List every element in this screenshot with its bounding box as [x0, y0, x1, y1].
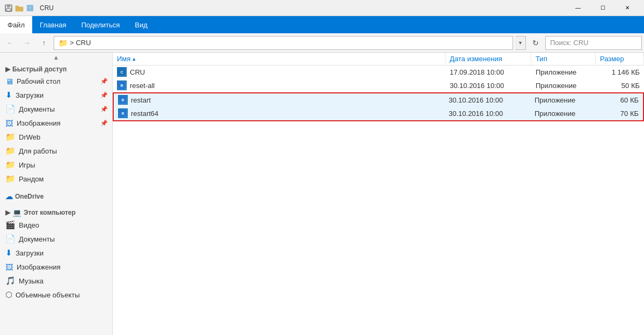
document-icon: 📄: [5, 104, 16, 114]
file-date: 30.10.2016 10:00: [450, 82, 504, 90]
tab-share[interactable]: Поделиться: [74, 16, 127, 33]
sidebar-item-random[interactable]: 📁 Рандом: [0, 172, 112, 186]
computer-chevron: ▶: [5, 209, 10, 216]
search-box[interactable]: Поиск: CRU: [545, 36, 642, 50]
ribbon-bar: Файл Главная Поделиться Вид: [0, 16, 644, 33]
column-name-label: Имя: [117, 55, 130, 63]
file-name: restart64: [131, 110, 158, 118]
svg-rect-1: [7, 5, 10, 8]
address-path[interactable]: 📁 > CRU: [54, 36, 513, 50]
forward-button[interactable]: →: [19, 35, 34, 50]
sidebar-item-video[interactable]: 🎬 Видео: [0, 218, 112, 232]
column-header-type[interactable]: Тип: [531, 53, 596, 65]
highlight-selection: R restart 30.10.2016 10:00 Приложение 60…: [113, 92, 644, 121]
file-size-cell: 1 146 КБ: [596, 67, 644, 77]
folder-icon: 📁: [5, 146, 16, 156]
file-name-cell: R restart: [114, 94, 444, 106]
file-size: 50 КБ: [621, 82, 640, 90]
scroll-up-button[interactable]: ▲: [0, 54, 112, 61]
file-name-cell: R restart64: [114, 107, 444, 119]
svg-rect-2: [6, 9, 11, 11]
close-button[interactable]: ✕: [615, 0, 640, 16]
address-dropdown[interactable]: ▾: [515, 36, 526, 50]
path-arrow: >: [70, 39, 76, 47]
tab-home[interactable]: Главная: [32, 16, 74, 33]
svg-text:R: R: [120, 84, 123, 88]
sidebar-item-documents[interactable]: 📄 Документы 📌: [0, 102, 112, 116]
sidebar-item-3d[interactable]: ⬡ Объемные объекты: [0, 288, 112, 302]
svg-text:C: C: [120, 70, 123, 74]
table-row[interactable]: C CRU 17.09.2018 10:00 Приложение 1 146 …: [113, 65, 644, 79]
images-icon: 🖼: [5, 119, 13, 128]
sidebar-item-label: Видео: [19, 221, 108, 229]
file-date: 17.09.2018 10:00: [450, 68, 504, 76]
pin-icon: 📌: [100, 106, 108, 113]
sidebar-item-downloads[interactable]: ⬇ Загрузки 📌: [0, 88, 112, 102]
tab-file[interactable]: Файл: [0, 16, 32, 33]
refresh-button[interactable]: ↻: [528, 35, 543, 50]
column-header-date[interactable]: Дата изменения: [445, 53, 531, 65]
sidebar-item-label: Загрузки: [16, 91, 97, 99]
sidebar-item-images[interactable]: 🖼 Изображения 📌: [0, 116, 112, 130]
file-type: Приложение: [535, 96, 575, 104]
sidebar-item-docs[interactable]: 📄 Документы: [0, 232, 112, 246]
sidebar-item-desktop[interactable]: 🖥 Рабочий стол 📌: [0, 74, 112, 88]
file-name-cell: C CRU: [113, 66, 445, 78]
onedrive-label: OneDrive: [15, 193, 43, 200]
download-icon: ⬇: [5, 248, 12, 258]
sidebar-item-games[interactable]: 📁 Игры: [0, 158, 112, 172]
column-date-label: Дата изменения: [450, 55, 502, 63]
sidebar-item-label: Рандом: [19, 175, 108, 183]
path-text: CRU: [76, 39, 91, 47]
sidebar-item-pics[interactable]: 🖼 Изображения: [0, 260, 112, 274]
folder-icon[interactable]: [15, 4, 24, 12]
computer-label: Этот компьютер: [24, 209, 76, 216]
tab-view[interactable]: Вид: [127, 16, 155, 33]
column-header-size[interactable]: Размер: [596, 53, 644, 65]
up-button[interactable]: ↑: [36, 35, 52, 50]
app-icon: R: [118, 95, 128, 105]
column-header-name[interactable]: Имя ▲: [113, 53, 445, 65]
quick-access-label: Быстрый доступ: [12, 65, 67, 73]
quick-access-header[interactable]: ▶ Быстрый доступ: [0, 62, 112, 74]
onedrive-icon: ☁: [5, 192, 13, 201]
main-area: ▲ ▶ Быстрый доступ 🖥 Рабочий стол 📌 ⬇ За…: [0, 53, 644, 335]
maximize-button[interactable]: ☐: [590, 0, 615, 16]
download-icon: ⬇: [5, 90, 12, 100]
title-bar: ↑ CRU — ☐ ✕: [0, 0, 644, 16]
sidebar-item-drweb[interactable]: 📁 DrWeb: [0, 130, 112, 144]
pin-icon: 📌: [100, 78, 108, 85]
onedrive-header[interactable]: ☁ OneDrive: [0, 189, 112, 202]
file-size-cell: 70 КБ: [595, 108, 643, 119]
table-row[interactable]: R reset-all 30.10.2016 10:00 Приложение …: [113, 79, 644, 92]
computer-header[interactable]: ▶ 💻 Этот компьютер: [0, 205, 112, 218]
file-size: 60 КБ: [620, 96, 639, 104]
svg-text:↑: ↑: [29, 5, 32, 11]
sidebar-item-music[interactable]: 🎵 Музыка: [0, 274, 112, 288]
sidebar-item-label: Изображения: [17, 119, 97, 127]
file-size: 1 146 КБ: [612, 68, 640, 76]
sidebar-item-dl[interactable]: ⬇ Загрузки: [0, 246, 112, 260]
table-row[interactable]: R restart 30.10.2016 10:00 Приложение 60…: [114, 93, 643, 107]
file-date-cell: 17.09.2018 10:00: [445, 67, 531, 77]
table-row[interactable]: R restart64 30.10.2016 10:00 Приложение …: [114, 107, 643, 120]
column-type-label: Тип: [536, 55, 547, 63]
sidebar-item-label: Изображения: [17, 263, 108, 271]
sidebar-item-label: Для работы: [19, 147, 108, 155]
save-icon[interactable]: [4, 4, 13, 12]
up-icon[interactable]: ↑: [26, 4, 34, 12]
document-icon: 📄: [5, 234, 16, 244]
svg-text:R: R: [121, 98, 124, 102]
sidebar-item-label: Документы: [19, 105, 97, 113]
sidebar-item-work[interactable]: 📁 Для работы: [0, 144, 112, 158]
file-type: Приложение: [536, 82, 576, 90]
file-type-cell: Приложение: [530, 108, 595, 119]
file-type: Приложение: [536, 68, 576, 76]
file-name: reset-all: [130, 82, 155, 90]
svg-text:R: R: [121, 112, 124, 115]
sidebar-item-label: Объемные объекты: [16, 291, 108, 299]
file-type-cell: Приложение: [530, 95, 595, 105]
minimize-button[interactable]: —: [566, 0, 590, 16]
sidebar-item-label: Загрузки: [16, 249, 108, 257]
back-button[interactable]: ←: [2, 35, 17, 50]
